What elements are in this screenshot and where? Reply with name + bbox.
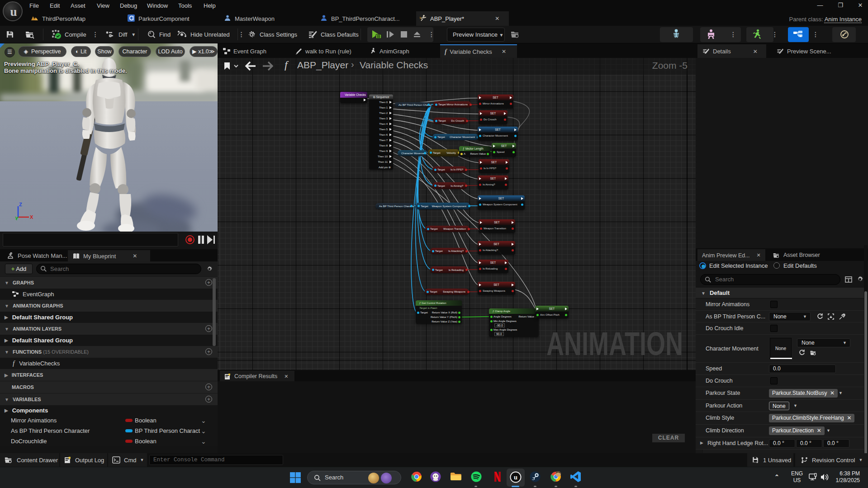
svg-text:Z: Z bbox=[19, 203, 22, 207]
svg-text:u: u bbox=[514, 474, 517, 481]
svg-text:X: X bbox=[30, 214, 33, 220]
